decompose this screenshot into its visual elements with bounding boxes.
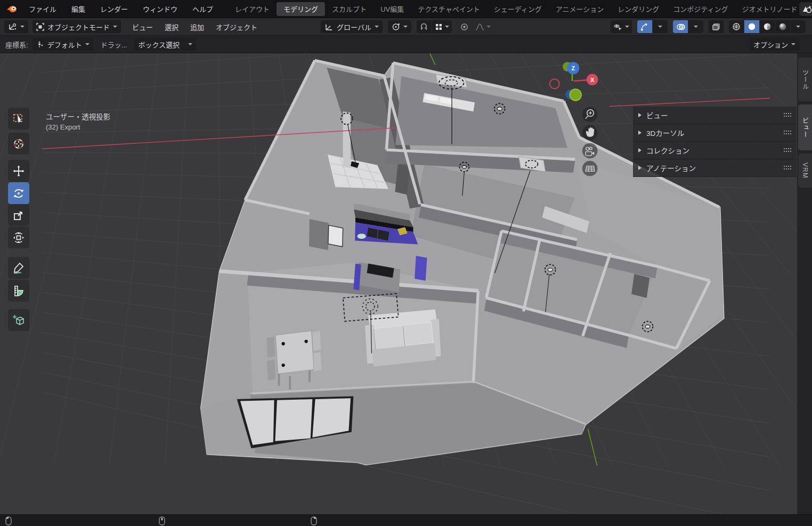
viewport-header: オブジェクトモード ビュー 選択 追加 オブジェクト グローバル [0,18,812,36]
select-mode-dropdown[interactable]: ボックス選択 [134,38,196,51]
rotate-icon [12,187,25,200]
axis-y-ball[interactable] [570,89,581,101]
editor-type-3d-viewport-icon[interactable] [4,20,28,33]
sidebar-section-collections[interactable]: コレクション [633,142,797,159]
cup [281,363,285,367]
rendered-shading-icon[interactable] [775,20,790,33]
tab-modeling[interactable]: モデリング [277,2,325,16]
tool-add-cube[interactable] [8,309,29,331]
material-preview-icon[interactable] [760,20,775,33]
mouse-right-icon [311,516,317,525]
grip-dots-icon[interactable] [784,113,791,117]
show-overlays-dropdown[interactable] [688,20,703,33]
3d-viewport[interactable]: Z X [0,53,812,514]
mode-dropdown[interactable]: オブジェクトモード [33,20,121,33]
sofa[interactable] [365,309,441,367]
topbar: ファイル 編集 レンダー ウィンドウ ヘルプ レイアウト モデリング スカルプト… [0,0,812,18]
doorway[interactable] [631,274,649,298]
menu-edit[interactable]: 編集 [64,0,93,18]
sidebar-section-3d-cursor[interactable]: 3Dカーソル [633,124,797,142]
kitchen-cabinet-left[interactable] [309,219,329,250]
blue-pillar[interactable] [415,256,427,281]
tool-measure[interactable] [8,280,29,302]
tool-move[interactable] [8,160,29,182]
menu-render[interactable]: レンダー [93,0,135,18]
tab-geometry-nodes[interactable]: ジオメトリノード [735,2,805,16]
menu-help[interactable]: ヘルプ [185,0,221,18]
chair[interactable] [266,337,275,358]
scene-icon[interactable] [799,2,812,16]
tool-select-box[interactable] [8,108,29,130]
menu-object[interactable]: オブジェクト [210,22,263,32]
coordinate-preset-dropdown[interactable]: デフォルト [33,38,93,51]
sidebar-section-view[interactable]: ビュー [633,107,797,124]
pivot-point-dropdown[interactable] [388,20,411,33]
tab-compositing[interactable]: コンポジティング [666,2,735,16]
sofa-cushion [404,322,434,346]
menu-add[interactable]: 追加 [184,22,210,32]
snap-target-grid-icon [435,23,443,31]
menu-file[interactable]: ファイル [21,0,64,18]
tool-transform[interactable] [8,226,29,248]
sidebar-tab-view[interactable]: ビュー [798,104,812,150]
measure-ruler-icon [12,285,25,297]
object-mode-icon [36,23,44,31]
tab-layout[interactable]: レイアウト [228,2,277,16]
options-dropdown[interactable]: オプション [750,38,799,51]
table-top[interactable] [275,331,314,374]
drag-label: ドラッ... [101,39,127,50]
shading-dropdown[interactable] [791,20,806,33]
tool-3d-cursor[interactable] [8,133,29,155]
show-overlays-icon[interactable] [673,20,688,33]
proportional-editing-icon[interactable] [457,20,472,33]
menu-view[interactable]: ビュー [126,22,159,32]
solid-shading-icon[interactable] [744,20,759,33]
tab-animation[interactable]: アニメーション [549,2,611,16]
wireframe-shading-icon[interactable] [729,20,744,33]
show-gizmo-icon[interactable] [637,20,652,33]
sidebar-section-annotations[interactable]: アノテーション [633,159,797,177]
tool-annotate[interactable] [8,257,29,279]
expand-arrow-icon [638,131,642,135]
sidebar-tab-vrm[interactable]: VRM [798,153,812,188]
bathroom-column[interactable] [343,111,351,168]
toggle-xray-icon[interactable] [709,20,724,33]
tab-shading[interactable]: シェーディング [487,2,549,16]
mouse-left-icon [5,516,12,525]
blender-logo-icon[interactable] [0,0,21,18]
move-icon [12,165,25,177]
sink-divider [377,230,378,239]
snap-target-dropdown[interactable] [432,20,452,33]
tool-scale[interactable] [8,204,29,226]
add-cube-icon [12,314,25,327]
tab-sculpting[interactable]: スカルプト [325,2,373,16]
transform-orientation-dropdown[interactable]: グローバル [321,20,383,33]
tab-uv-editing[interactable]: UV編集 [373,2,411,16]
tab-rendering[interactable]: レンダリング [611,2,666,16]
pan-hand-icon[interactable] [582,125,598,140]
grip-dots-icon[interactable] [784,148,791,152]
show-gizmo-dropdown[interactable] [653,20,668,33]
menu-window[interactable]: ウィンドウ [135,0,185,18]
chair[interactable] [313,352,321,371]
sidebar-tab-tool[interactable]: ツール [798,58,812,101]
tool-rotate[interactable] [8,182,29,204]
chair[interactable] [312,331,321,351]
falloff-curve-icon[interactable] [473,20,493,33]
zoom-in-icon[interactable] [582,107,598,122]
snap-magnet-icon[interactable] [417,20,432,33]
window-pane[interactable] [275,399,312,441]
grip-dots-icon[interactable] [784,166,791,170]
camera-view-icon[interactable] [582,143,598,159]
toggle-grid-ortho-icon[interactable] [582,161,598,176]
cup [305,339,308,343]
tab-texture-paint[interactable]: テクスチャペイント [411,2,486,16]
object-visibility-eye-icon[interactable] [611,20,632,33]
axis-z-label: Z [571,65,575,71]
expand-arrow-icon [638,113,642,117]
grip-dots-icon[interactable] [784,131,791,135]
plate[interactable] [358,233,366,239]
kitchen-fridge[interactable] [328,225,343,247]
chair[interactable] [267,360,275,381]
menu-select[interactable]: 選択 [159,22,184,32]
